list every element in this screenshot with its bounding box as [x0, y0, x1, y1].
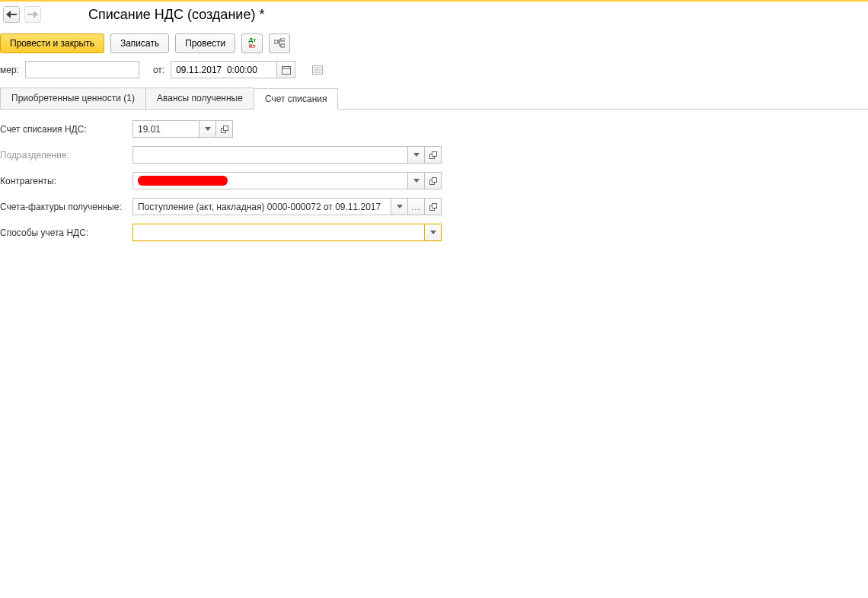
date-input[interactable] — [171, 61, 277, 78]
chevron-down-icon — [430, 231, 436, 234]
account-label: Счет списания НДС: — [0, 124, 132, 135]
row-account: Счет списания НДС: 19.01 — [0, 120, 868, 138]
open-icon — [429, 203, 437, 211]
date-label: от: — [153, 65, 164, 75]
date-field — [171, 61, 295, 78]
chevron-down-icon — [205, 127, 211, 131]
dt-kt-button[interactable]: ДтКт — [241, 33, 263, 53]
svg-rect-3 — [282, 66, 290, 74]
svg-rect-2 — [281, 44, 285, 47]
tab-advances-received[interactable]: Авансы полученные — [145, 87, 254, 109]
open-icon — [221, 126, 228, 133]
post-button[interactable]: Провести — [175, 33, 235, 53]
tab-writeoff-account[interactable]: Счет списания — [254, 88, 339, 110]
nav-back-button[interactable] — [3, 6, 20, 23]
post-and-close-button[interactable]: Провести и закрыть — [0, 33, 104, 53]
department-dropdown-button[interactable] — [408, 146, 425, 164]
header-fields: мер: от: — [0, 61, 868, 86]
number-input[interactable] — [25, 61, 139, 78]
tab-acquired-values[interactable]: Приобретенные ценности (1) — [0, 87, 146, 109]
structure-button[interactable] — [269, 33, 290, 53]
svg-rect-18 — [432, 203, 436, 208]
calendar-icon — [282, 65, 291, 75]
row-vat-method: Способы учета НДС: — [0, 224, 868, 241]
structure-icon — [274, 38, 285, 49]
chevron-down-icon — [413, 153, 420, 157]
row-invoice: Счета-фактуры полученные: Поступление (а… — [0, 198, 868, 215]
invoice-open-button[interactable] — [425, 198, 442, 215]
calendar-button[interactable] — [277, 61, 295, 78]
counterparty-label: Контрагенты: — [0, 176, 132, 186]
dt-kt-icon: ДтКт — [249, 37, 257, 49]
page-title: Списание НДС (создание) * — [88, 7, 264, 23]
invoice-input[interactable]: Поступление (акт, накладная) 0000-000072… — [132, 198, 391, 215]
ellipsis-icon: ... — [411, 202, 420, 212]
vat-method-input[interactable] — [132, 224, 425, 241]
list-icon[interactable] — [311, 63, 324, 77]
account-combo: 19.01 — [132, 120, 233, 138]
redacted-value — [138, 176, 228, 186]
account-input[interactable]: 19.01 — [132, 120, 199, 138]
open-icon — [429, 177, 437, 185]
row-department: Подразделение: — [0, 146, 868, 164]
open-icon — [429, 151, 437, 159]
department-combo — [132, 146, 442, 164]
vat-method-label: Способы учета НДС: — [0, 227, 132, 238]
row-counterparty: Контрагенты: — [0, 172, 868, 189]
nav-forward-button[interactable] — [24, 6, 41, 23]
invoice-label: Счета-фактуры полученные: — [0, 202, 132, 212]
department-input[interactable] — [132, 146, 408, 164]
form-area: Счет списания НДС: 19.01 Подразделение: … — [0, 110, 868, 241]
number-label: мер: — [0, 65, 19, 75]
tabs: Приобретенные ценности (1) Авансы получе… — [0, 87, 868, 110]
vat-method-combo — [132, 224, 442, 241]
svg-rect-1 — [281, 38, 285, 41]
account-dropdown-button[interactable] — [199, 120, 216, 138]
invoice-combo: Поступление (акт, накладная) 0000-000072… — [132, 198, 442, 215]
department-label: Подразделение: — [0, 150, 132, 161]
invoice-dropdown-button[interactable] — [391, 198, 408, 215]
svg-rect-14 — [432, 151, 436, 156]
chevron-down-icon — [413, 179, 420, 183]
top-nav-bar: Списание НДС (создание) * — [0, 2, 868, 30]
counterparty-input[interactable] — [132, 172, 408, 189]
counterparty-open-button[interactable] — [425, 172, 442, 189]
svg-rect-16 — [432, 177, 436, 182]
vat-method-dropdown-button[interactable] — [425, 224, 442, 241]
counterparty-dropdown-button[interactable] — [408, 172, 425, 189]
svg-rect-0 — [274, 40, 278, 43]
svg-rect-12 — [223, 126, 228, 130]
chevron-down-icon — [397, 205, 403, 208]
account-open-button[interactable] — [216, 120, 233, 138]
department-open-button[interactable] — [425, 146, 442, 164]
toolbar: Провести и закрыть Записать Провести ДтК… — [0, 30, 868, 61]
counterparty-combo — [132, 172, 442, 189]
invoice-ellipsis-button[interactable]: ... — [408, 198, 425, 215]
write-button[interactable]: Записать — [110, 33, 169, 53]
